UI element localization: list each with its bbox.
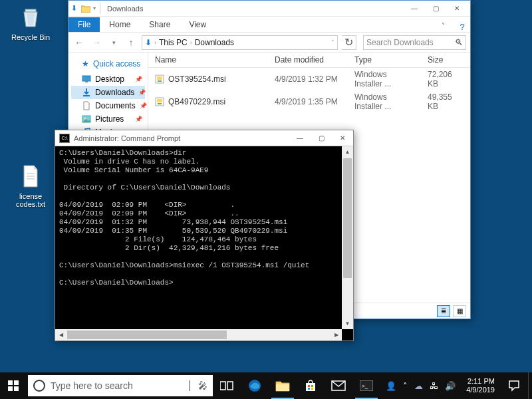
sidebar-item-label: Documents <box>95 101 136 110</box>
crumb-downloads[interactable]: Downloads <box>195 38 234 47</box>
minimize-button[interactable]: ― <box>289 131 311 146</box>
tab-file[interactable]: File <box>68 17 100 32</box>
svg-rect-22 <box>276 384 289 391</box>
ribbon-expand-icon[interactable]: ˅ <box>432 19 454 32</box>
nav-up-button[interactable]: ↑ <box>124 37 138 48</box>
scroll-up-icon[interactable]: ▲ <box>342 146 353 158</box>
address-dropdown-icon[interactable]: ˅ <box>331 39 334 46</box>
maximize-button[interactable]: ▢ <box>311 131 332 146</box>
nav-history-dropdown[interactable]: ▾ <box>107 39 120 46</box>
notification-icon <box>508 380 520 392</box>
svg-rect-6 <box>83 95 90 96</box>
cmd-title: Administrator: Command Prompt <box>74 134 289 142</box>
minimize-button[interactable]: ― <box>404 1 425 16</box>
start-button[interactable] <box>0 372 27 399</box>
svg-rect-26 <box>311 388 313 390</box>
explorer-qat: ⬇ ▾ Downloads ― ▢ ✕ <box>68 1 470 17</box>
sidebar-item-documents[interactable]: Documents 📌 <box>71 99 145 112</box>
maximize-button[interactable]: ▢ <box>425 1 446 16</box>
svg-rect-13 <box>157 99 162 102</box>
svg-rect-11 <box>158 80 162 82</box>
explorer-nav: ← → ▾ ↑ ⬇ › This PC › Downloads ˅ ↻ Sear… <box>68 33 470 53</box>
col-size[interactable]: Size <box>421 53 470 68</box>
view-details-button[interactable]: ≣ <box>437 305 450 317</box>
svg-rect-18 <box>14 386 19 391</box>
cmd-horizontal-scrollbar[interactable]: ◀ ▶ <box>55 329 342 340</box>
onedrive-icon[interactable]: ☁ <box>414 381 423 391</box>
svg-rect-16 <box>14 380 19 385</box>
taskbar-explorer[interactable] <box>269 372 297 399</box>
svg-rect-10 <box>157 76 162 80</box>
search-placeholder: Type here to search <box>51 380 184 391</box>
sidebar-item-pictures[interactable]: Pictures 📌 <box>71 112 145 126</box>
address-bar[interactable]: ⬇ › This PC › Downloads ˅ <box>142 35 338 50</box>
recycle-bin[interactable]: Recycle Bin <box>5 4 56 41</box>
close-button[interactable]: ✕ <box>332 131 353 146</box>
nav-back-button[interactable]: ← <box>72 37 86 48</box>
file-size: 49,355 KB <box>421 90 470 113</box>
help-icon[interactable]: ? <box>454 22 470 32</box>
col-name[interactable]: Name <box>148 53 268 68</box>
network-icon[interactable]: 🖧 <box>430 381 438 391</box>
tray-chevron-icon[interactable]: ˄ <box>403 381 408 391</box>
volume-icon[interactable]: 🔊 <box>445 381 456 391</box>
folder-small-icon[interactable] <box>81 5 90 13</box>
cmd-vertical-scrollbar[interactable]: ▲ ▼ <box>342 146 353 329</box>
cmd-titlebar[interactable]: C:\ Administrator: Command Prompt ― ▢ ✕ <box>55 130 353 146</box>
cmd-taskbar-icon: >_ <box>360 380 373 391</box>
crumb-this-pc[interactable]: This PC <box>159 38 188 47</box>
sidebar-item-label: Downloads <box>95 88 134 97</box>
cmd-terminal[interactable]: C:\Users\Daniel\Downloads>dir Volume in … <box>55 146 353 329</box>
svg-rect-14 <box>158 103 162 104</box>
tab-home[interactable]: Home <box>100 17 140 32</box>
taskbar-clock[interactable]: 2:11 PM 4/9/2019 <box>461 377 500 394</box>
col-date[interactable]: Date modified <box>268 53 348 68</box>
file-size: 72,206 KB <box>421 68 470 91</box>
sidebar-item-label: Desktop <box>95 74 124 84</box>
pin-icon: 📌 <box>138 89 146 96</box>
scroll-right-icon[interactable]: ▶ <box>331 329 342 340</box>
taskbar-cmd[interactable]: >_ <box>352 372 380 399</box>
scroll-thumb[interactable] <box>343 158 352 278</box>
taskbar-edge[interactable] <box>241 372 269 399</box>
qat-dropdown-icon[interactable]: ▾ <box>93 5 96 11</box>
search-box[interactable]: Search Downloads 🔍︎ <box>363 35 466 50</box>
refresh-button[interactable]: ↻ <box>342 35 356 50</box>
svg-rect-25 <box>308 388 310 390</box>
table-row[interactable]: QB4970229.msi 4/9/2019 1:35 PM Windows I… <box>148 90 470 113</box>
svg-rect-15 <box>8 380 13 385</box>
search-icon: 🔍︎ <box>455 38 463 47</box>
col-type[interactable]: Type <box>348 53 421 68</box>
nav-forward-button[interactable]: → <box>90 37 103 48</box>
show-desktop-button[interactable] <box>528 372 532 399</box>
license-codes-file[interactable]: license codes.txt <box>5 163 56 208</box>
close-button[interactable]: ✕ <box>446 1 467 16</box>
taskbar-mail[interactable] <box>325 372 352 399</box>
sidebar-item-label: Pictures <box>95 114 124 124</box>
mic-icon[interactable]: 🎤︎ <box>198 380 207 391</box>
scroll-left-icon[interactable]: ◀ <box>55 329 66 340</box>
scroll-thumb[interactable] <box>67 331 227 339</box>
table-row[interactable]: OST395254.msi 4/9/2019 1:32 PM Windows I… <box>148 68 470 91</box>
msi-icon <box>155 74 164 84</box>
taskbar-store[interactable] <box>297 372 325 399</box>
down-arrow-save-icon[interactable]: ⬇ <box>71 4 77 13</box>
scroll-down-icon[interactable]: ▼ <box>342 318 353 329</box>
task-view-button[interactable] <box>213 372 241 399</box>
file-type: Windows Installer ... <box>348 68 421 91</box>
svg-rect-5 <box>85 81 88 82</box>
tab-share[interactable]: Share <box>140 17 180 32</box>
downloads-icon <box>82 88 91 97</box>
svg-rect-17 <box>8 386 13 391</box>
action-center-button[interactable] <box>500 372 528 399</box>
explorer-qat-title: Downloads <box>107 5 404 13</box>
taskbar-search[interactable]: Type here to search 🎤︎ <box>28 375 213 396</box>
sidebar-item-downloads[interactable]: Downloads 📌 <box>71 86 145 99</box>
tab-view[interactable]: View <box>180 17 215 32</box>
people-icon[interactable]: 👤 <box>386 381 396 391</box>
view-large-icons-button[interactable]: ▦ <box>453 305 466 317</box>
edge-icon <box>247 378 262 393</box>
sidebar-item-desktop[interactable]: Desktop 📌 <box>71 72 145 86</box>
sidebar-quick-access[interactable]: ★ Quick access <box>71 58 145 72</box>
svg-rect-20 <box>227 382 233 390</box>
